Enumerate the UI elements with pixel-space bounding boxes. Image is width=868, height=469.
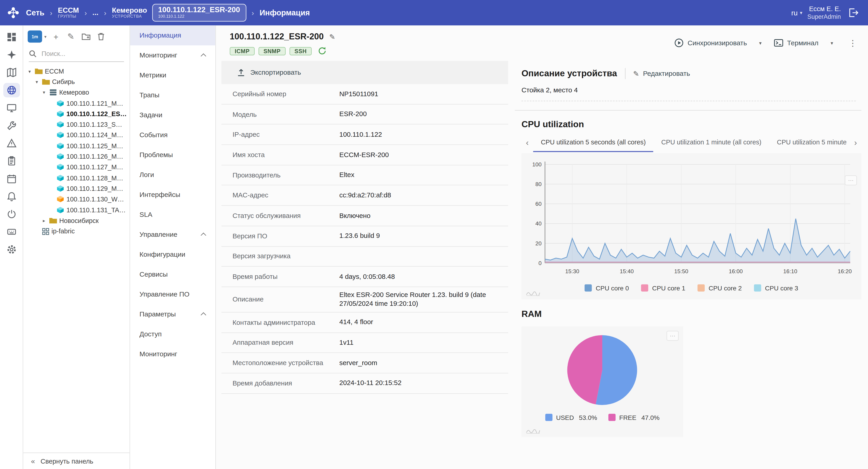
menu-item-задачи[interactable]: Задачи bbox=[130, 105, 215, 125]
legend-value: 47.0% bbox=[641, 414, 659, 421]
legend-item[interactable]: USED53.0% bbox=[545, 414, 597, 421]
tree-device-item[interactable]: 100.110.1.124_MES212 bbox=[23, 130, 130, 140]
power-icon[interactable] bbox=[3, 207, 20, 222]
edit-description-button[interactable]: ✎ Редактировать bbox=[633, 69, 690, 78]
dashboard-icon[interactable] bbox=[3, 30, 20, 44]
terminal-button[interactable]: Терминал bbox=[770, 36, 822, 49]
tree-caret-icon[interactable]: ▸ bbox=[41, 218, 47, 223]
synchronize-button[interactable]: Синхронизировать bbox=[671, 36, 750, 50]
tree-node[interactable]: ▸Новосибирск bbox=[23, 215, 130, 226]
legend-label: CPU core 3 bbox=[765, 284, 798, 292]
menu-item-доступ[interactable]: Доступ bbox=[130, 324, 215, 344]
tree-device-item[interactable]: 100.110.1.121_MES212 bbox=[23, 98, 130, 108]
tree-node[interactable]: ▾Кемерово bbox=[23, 87, 130, 98]
tree-caret-icon[interactable]: ▾ bbox=[27, 68, 33, 74]
tabs-scroll-left-icon[interactable]: ‹ bbox=[521, 138, 533, 147]
legend-item[interactable]: CPU core 0 bbox=[585, 284, 629, 292]
menu-item-управление-по[interactable]: Управление ПО bbox=[130, 284, 215, 304]
legend-item[interactable]: CPU core 3 bbox=[754, 284, 798, 292]
delete-node-button[interactable] bbox=[95, 31, 106, 42]
cpu-tab-0[interactable]: CPU utilization 5 seconds (all cores) bbox=[533, 133, 653, 152]
tree-device-item[interactable]: 100.110.1.128_MES5200 bbox=[23, 172, 130, 183]
tree-node[interactable]: ip-fabric bbox=[23, 226, 130, 237]
info-row-value: Eltex bbox=[339, 167, 508, 183]
menu-section-управление[interactable]: Управление bbox=[130, 225, 215, 244]
terminal-dropdown-icon[interactable]: ▾ bbox=[826, 38, 837, 48]
menu-item-метрики[interactable]: Метрики bbox=[130, 65, 215, 85]
device-icon bbox=[56, 185, 64, 192]
breadcrumb-separator-icon: › bbox=[50, 9, 52, 17]
monitor-icon[interactable] bbox=[3, 101, 20, 115]
map-icon[interactable] bbox=[3, 65, 20, 80]
globe-icon[interactable] bbox=[3, 83, 20, 98]
add-node-button[interactable]: + bbox=[50, 31, 61, 42]
user-info[interactable]: Ессм Е. Е. SuperAdmin bbox=[807, 5, 841, 21]
logout-icon[interactable] bbox=[846, 5, 860, 20]
sync-dropdown-icon[interactable]: ▾ bbox=[755, 38, 766, 48]
menu-item-информация[interactable]: Информация bbox=[130, 25, 215, 45]
alert-triangle-icon[interactable] bbox=[3, 136, 20, 150]
edit-title-icon[interactable]: ✎ bbox=[329, 32, 336, 41]
tree-search bbox=[29, 47, 124, 62]
calendar-icon[interactable] bbox=[3, 172, 20, 186]
menu-section-мониторинг[interactable]: Мониторинг bbox=[130, 45, 215, 65]
ram-chart-more-icon[interactable]: ··· bbox=[666, 331, 679, 341]
tree-node[interactable]: ▾ЕССМ bbox=[23, 66, 130, 76]
menu-item-конфигурации[interactable]: Конфигурации bbox=[130, 244, 215, 264]
svg-text:16:00: 16:00 bbox=[729, 268, 743, 274]
bell-icon[interactable] bbox=[3, 189, 20, 204]
tabs-scroll-right-icon[interactable]: › bbox=[850, 138, 861, 147]
more-options-icon[interactable]: ⋮ bbox=[845, 38, 860, 48]
cpu-chart-more-icon[interactable]: ··· bbox=[845, 175, 857, 186]
menu-item-логи[interactable]: Логи bbox=[130, 165, 215, 185]
tree-device-item[interactable]: 100.110.1.123_SMG-10 bbox=[23, 119, 130, 130]
edit-node-button[interactable]: ✎ bbox=[65, 31, 76, 42]
collapse-panel-button[interactable]: « Свернуть панель bbox=[23, 453, 130, 469]
search-input[interactable] bbox=[40, 49, 112, 58]
eccm-logo-icon[interactable] bbox=[5, 5, 21, 21]
clipboard-icon[interactable] bbox=[3, 154, 20, 168]
menu-item-трапы[interactable]: Трапы bbox=[130, 85, 215, 105]
chevron-down-icon[interactable]: ▾ bbox=[44, 34, 46, 39]
tree-device-item[interactable]: 100.110.1.129_MES242 bbox=[23, 183, 130, 194]
tree-device-item[interactable]: 100.110.1.127_MES531 bbox=[23, 162, 130, 172]
language-selector[interactable]: ru ▾ bbox=[791, 9, 802, 17]
refresh-status-icon[interactable] bbox=[318, 46, 327, 55]
mini-zoom-icon[interactable] bbox=[526, 427, 540, 433]
gear-icon[interactable] bbox=[3, 242, 20, 257]
tree-caret-icon[interactable]: ▾ bbox=[34, 79, 40, 85]
export-button[interactable]: Экспортировать bbox=[237, 68, 301, 77]
legend-item[interactable]: CPU core 1 bbox=[641, 284, 685, 292]
breadcrumb-groups[interactable]: ЕССМ ГРУППЫ bbox=[58, 6, 79, 19]
breadcrumb-ellipsis[interactable]: ... bbox=[92, 9, 98, 17]
firmware-upload-button[interactable]: 1m bbox=[28, 30, 42, 42]
menu-item-интерфейсы[interactable]: Интерфейсы bbox=[130, 185, 215, 205]
menu-item-сервисы[interactable]: Сервисы bbox=[130, 264, 215, 284]
menu-section-параметры[interactable]: Параметры bbox=[130, 304, 215, 324]
tree-device-item[interactable]: 100.110.1.122_ESR-200 bbox=[23, 108, 130, 119]
menu-item-мониторинг[interactable]: Мониторинг bbox=[130, 344, 215, 364]
nav-network[interactable]: Сеть bbox=[26, 8, 44, 17]
mini-zoom-icon[interactable] bbox=[526, 289, 540, 296]
firmware-box-icon[interactable] bbox=[3, 225, 20, 239]
folder-icon bbox=[35, 68, 42, 74]
main-content: 100.110.1.122_ESR-200 ✎ ICMPSNMPSSH Синх… bbox=[216, 25, 868, 469]
tree-caret-icon[interactable]: ▾ bbox=[41, 90, 47, 95]
flare-icon[interactable] bbox=[3, 47, 20, 62]
tree-device-item[interactable]: 100.110.1.131_TAU-72.I bbox=[23, 205, 130, 215]
cpu-tab-1[interactable]: CPU utilization 1 minute (all cores) bbox=[653, 133, 769, 152]
tree-node[interactable]: ▾Сибирь bbox=[23, 76, 130, 87]
menu-item-проблемы[interactable]: Проблемы bbox=[130, 145, 215, 165]
menu-item-события[interactable]: События bbox=[130, 125, 215, 145]
wrench-icon[interactable] bbox=[3, 119, 20, 133]
breadcrumb-devices-group[interactable]: Кемерово УСТРОЙСТВА bbox=[112, 6, 147, 19]
legend-item[interactable]: CPU core 2 bbox=[698, 284, 742, 292]
tree-device-item[interactable]: 100.110.1.126_MES242 bbox=[23, 151, 130, 162]
menu-item-sla[interactable]: SLA bbox=[130, 205, 215, 225]
tree-device-item[interactable]: 100.110.1.130_WLC-30 bbox=[23, 194, 130, 205]
legend-item[interactable]: FREE47.0% bbox=[608, 414, 660, 421]
add-folder-button[interactable] bbox=[80, 31, 91, 42]
device-breadcrumb-tab[interactable]: 100.110.1.122_ESR-200 100.110.1.122 bbox=[152, 4, 246, 21]
tree-device-item[interactable]: 100.110.1.125_MES232 bbox=[23, 140, 130, 151]
cpu-tab-2[interactable]: CPU utilization 5 minute bbox=[769, 133, 850, 152]
